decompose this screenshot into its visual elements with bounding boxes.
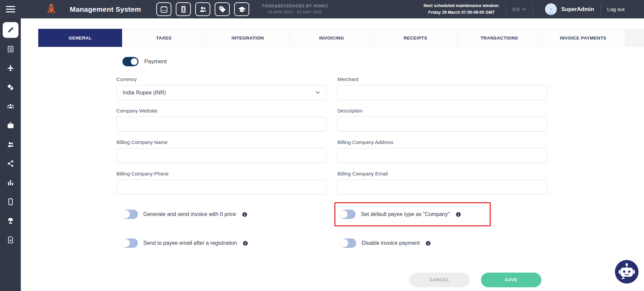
sidebar-item-share[interactable]: [3, 156, 18, 171]
app-title: Management System: [70, 5, 141, 13]
merchant-field: Merchant: [337, 76, 547, 100]
sidebar-item-tags[interactable]: [3, 79, 18, 95]
description-field: Description: [337, 108, 547, 132]
chevron-down-icon: [522, 8, 526, 11]
send-payee-email-setting: Send to payee email after a registration: [116, 238, 326, 248]
organization-name: FOOD&BEVERAGES BY PANKS: [262, 3, 328, 9]
company-website-input[interactable]: [116, 117, 326, 132]
organization-info: FOOD&BEVERAGES BY PANKS 15 APR 2022 - 03…: [262, 3, 328, 15]
disable-invoice-payment-setting: Disable invoice payment: [337, 238, 547, 248]
billing-company-address-input[interactable]: [337, 148, 547, 163]
currency-label: Currency: [116, 76, 326, 82]
sidebar-item-mobile-app[interactable]: [3, 194, 18, 210]
share-icon: [7, 160, 14, 167]
billing-company-name-field: Billing Company Name: [116, 139, 326, 163]
sidebar-item-people[interactable]: [3, 137, 18, 152]
info-icon[interactable]: [426, 241, 431, 246]
users-group-icon: [7, 102, 14, 110]
header-divider: [532, 3, 533, 15]
cancel-button[interactable]: CANCEL: [409, 273, 470, 287]
toggle-knob: [339, 210, 347, 218]
sidebar-item-file-upload[interactable]: [3, 232, 18, 248]
hamburger-icon: [6, 6, 15, 12]
lamp-icon: [7, 217, 14, 225]
currency-field: Currency India Rupee (INR): [116, 76, 326, 100]
info-icon[interactable]: [243, 241, 248, 246]
calendar-button[interactable]: [156, 2, 171, 16]
general-settings-form: Payment Currency India Rupee (INR) Merch…: [116, 57, 547, 287]
tab-taxes[interactable]: TAXES: [122, 29, 206, 47]
users-icon: [199, 5, 207, 13]
tabs-filler: [625, 29, 644, 47]
user-avatar[interactable]: [545, 3, 557, 15]
maintenance-line2: Friday 29 March 07:00-09:00 GMT: [424, 9, 499, 16]
sidebar-item-travel[interactable]: [3, 60, 18, 76]
billing-company-phone-input[interactable]: [116, 179, 326, 195]
main-content: GENERAL TAXES INTEGRATION INVOICING RECE…: [21, 18, 644, 291]
people-icon: [7, 141, 14, 148]
info-icon[interactable]: [242, 212, 247, 217]
toggle-row-2: Send to payee email after a registration…: [116, 238, 547, 248]
tag-icon: [218, 5, 226, 13]
billing-company-email-input[interactable]: [337, 179, 547, 195]
tab-general[interactable]: GENERAL: [38, 29, 122, 47]
settings-tabs: GENERAL TAXES INTEGRATION INVOICING RECE…: [38, 29, 644, 47]
send-payee-email-label: Send to payee email after a registration: [143, 240, 237, 246]
tab-invoice-payments[interactable]: INVOICE PAYMENTS: [541, 29, 625, 47]
organization-dates: 15 APR 2022 - 03 MAY 2025: [262, 9, 328, 15]
currency-select[interactable]: India Rupee (INR): [116, 85, 326, 100]
sidebar-item-edit[interactable]: [3, 22, 18, 38]
tab-integration[interactable]: INTEGRATION: [206, 29, 290, 47]
billing-company-address-field: Billing Company Address: [337, 139, 547, 163]
send-payee-email-toggle[interactable]: [122, 238, 138, 248]
app-logo-rocket-icon: [46, 3, 56, 16]
chevron-down-icon: [316, 91, 320, 94]
header-toolbar: [156, 2, 249, 16]
logout-button[interactable]: Log out: [607, 6, 625, 12]
sidebar-item-reports[interactable]: [3, 175, 18, 191]
chatbot-button[interactable]: [614, 259, 639, 284]
tab-invoicing[interactable]: INVOICING: [290, 29, 374, 47]
users-button[interactable]: [195, 2, 210, 16]
sidebar-item-booth[interactable]: [3, 213, 18, 229]
tab-transactions[interactable]: TRANSACTIONS: [458, 29, 541, 47]
payment-toggle[interactable]: [122, 57, 138, 66]
save-button[interactable]: SAVE: [481, 273, 541, 287]
username-label: SuperAdmin: [561, 6, 594, 12]
tag-button[interactable]: [215, 2, 230, 16]
maintenance-notice: Next scheduled maintenance window: Frida…: [424, 3, 499, 16]
toggle-knob: [122, 239, 130, 247]
default-payee-company-label: Set default payee type as "Company": [361, 211, 450, 217]
zero-price-invoice-label: Generate and send invoice with 0 price: [143, 211, 236, 217]
language-selector[interactable]: EN: [513, 6, 526, 12]
briefcase-icon: [7, 122, 14, 129]
description-input[interactable]: [337, 117, 547, 132]
toggle-knob: [130, 57, 139, 66]
currency-value: India Rupee (INR): [123, 90, 166, 96]
merchant-input[interactable]: [337, 85, 547, 100]
language-label: EN: [513, 6, 520, 12]
maintenance-line1: Next scheduled maintenance window:: [424, 3, 499, 9]
default-payee-company-setting: Set default payee type as "Company": [337, 202, 547, 226]
sidebar-item-business[interactable]: [3, 118, 18, 133]
info-icon[interactable]: [456, 212, 461, 217]
company-website-field: Company Website: [116, 108, 326, 132]
tags-icon: [7, 83, 14, 91]
header-divider: [506, 3, 506, 15]
description-label: Description: [337, 108, 547, 114]
avatar-person-icon: [547, 6, 555, 15]
sidebar-item-customers[interactable]: [3, 98, 18, 114]
billing-company-name-input[interactable]: [116, 148, 326, 163]
sidebar-item-list[interactable]: [3, 41, 18, 57]
graduation-cap-icon: [238, 5, 246, 13]
payment-toggle-label: Payment: [144, 58, 167, 65]
zero-price-invoice-setting: Generate and send invoice with 0 price: [116, 210, 326, 219]
billing-company-email-field: Billing Company Email: [337, 171, 547, 195]
mobile-button[interactable]: [176, 2, 191, 16]
tab-receipts[interactable]: RECEIPTS: [374, 29, 458, 47]
hamburger-menu-button[interactable]: [0, 6, 21, 12]
graduation-cap-button[interactable]: [234, 2, 249, 16]
default-payee-company-toggle[interactable]: [340, 210, 356, 219]
disable-invoice-payment-toggle[interactable]: [341, 238, 356, 248]
zero-price-invoice-toggle[interactable]: [122, 210, 138, 219]
